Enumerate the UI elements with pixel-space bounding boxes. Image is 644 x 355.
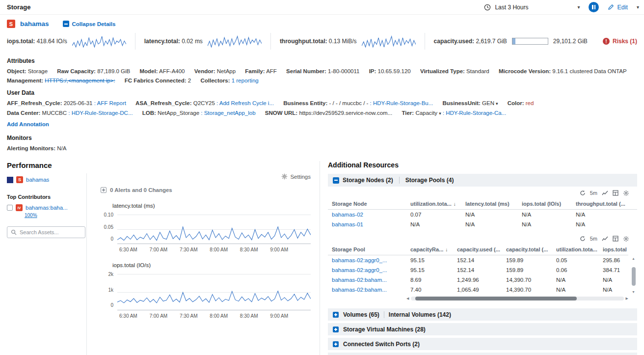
add-annotation-link[interactable]: Add Annotation [7, 121, 49, 127]
capacity-bar-fill [512, 38, 515, 44]
refresh-icon[interactable] [580, 236, 586, 242]
column-header[interactable]: iops.total (IO/s) [599, 245, 628, 255]
y-axis-label: 2k [98, 272, 113, 277]
asset-name-link[interactable]: bahamas [20, 20, 49, 27]
pause-button[interactable] [589, 2, 599, 12]
legend-asset-link[interactable]: bahamas [26, 177, 49, 183]
asset-link[interactable]: bahamas-01 [328, 219, 406, 229]
section-storage-virtual-machines[interactable]: Storage Virtual Machines (28) [328, 323, 637, 335]
refresh-icon[interactable] [580, 190, 586, 196]
scroll-down-arrow[interactable]: ▼ [632, 290, 635, 294]
attribute-pair: FC Fabrics Connected: 2 [125, 78, 191, 83]
column-header[interactable]: capacity.total (... [502, 245, 552, 255]
expand-icon [101, 187, 107, 193]
y-axis-label: 0.10 [98, 212, 113, 218]
management-link[interactable]: HTTPS:/,<management ip>: [45, 78, 115, 83]
annotation-rule-link[interactable]: : HDY-Rule-Storage-Bu... [370, 100, 433, 106]
horizontal-scrollbar[interactable]: ◀ ▶ [406, 296, 628, 301]
metrics-row: iops.total: 418.64 IO/s latency.total: 0… [0, 32, 644, 54]
scroll-up-arrow[interactable]: ▲ [632, 257, 635, 260]
scroll-track[interactable] [411, 297, 623, 300]
alerts-changes-toggle[interactable]: 0 Alerts and 0 Changes [101, 187, 311, 193]
annotation-rule-link[interactable]: : Add Refresh Cycle i... [216, 100, 274, 106]
column-header[interactable]: utilization.tota... [552, 245, 599, 255]
annotation-rule-link[interactable]: : Storage_netApp_lob [201, 110, 255, 116]
table-cell: 14,390.70 [502, 285, 552, 295]
refresh-interval-label: 5m [590, 236, 597, 242]
panel-collapse-chevron[interactable]: ▾ [637, 4, 639, 10]
risks-link[interactable]: ! Risks (1) [603, 38, 637, 45]
table-cell: 159.89 [502, 255, 552, 266]
table-cell: N/A [518, 210, 572, 220]
section-connected-switch-ports[interactable]: Connected Switch Ports (2) [328, 338, 637, 350]
column-header[interactable]: capacity.used (... [453, 245, 502, 255]
column-header-sorted[interactable]: utilization.tota...↓ [406, 199, 461, 210]
section-zones[interactable]: Zones (6) [328, 353, 637, 355]
asset-link[interactable]: bahamas-02 [328, 210, 406, 220]
throughput-sparkline [362, 35, 416, 48]
collapse-details-button[interactable]: Collapse Details [63, 21, 116, 27]
table-cell: 152.14 [453, 265, 502, 275]
edit-button[interactable]: Edit [608, 4, 628, 11]
section-switch-ports-label: Connected Switch Ports (2) [343, 341, 420, 348]
column-header[interactable]: throughput.total (... [572, 199, 637, 210]
topbar: Storage Last 3 Hours ▾ Edit ▾ [0, 0, 644, 15]
metric-throughput: throughput.total: 0.13 MiB/s [270, 33, 425, 50]
section-volumes[interactable]: Volumes (65) Internal Volumes (142) [328, 308, 637, 321]
chart-title: iops.total (IO/s) [112, 262, 311, 268]
column-header[interactable]: iops.total (IO/s) [518, 199, 572, 210]
table-cell: 95.15 [406, 255, 453, 266]
storage-object-icon: S [7, 20, 15, 28]
layout-icon[interactable] [613, 190, 618, 196]
performance-charts: Settings 0 Alerts and 0 Changes latency.… [87, 173, 320, 355]
annotation-rule-link[interactable]: : HDY-Rule-Storage-DC... [68, 110, 133, 116]
x-axis-label: 7:30 AM [180, 247, 198, 252]
column-header[interactable]: Storage Pool [328, 245, 406, 255]
edit-label: Edit [617, 4, 628, 11]
dropdown-caret-icon[interactable]: ▾ [439, 111, 441, 116]
table-cell: 384.71 [599, 265, 628, 275]
line-chart-icon[interactable] [602, 190, 608, 196]
scroll-thumb[interactable] [415, 297, 577, 300]
top-contributors-heading: Top Contributors [7, 194, 82, 200]
table-cell: N/A [406, 219, 461, 229]
column-header[interactable]: Storage Node [328, 199, 406, 210]
user-data-pair: SNOW URL: https://dev259529.service-now.… [265, 110, 393, 116]
asset-link[interactable]: bahamas-02:aggr0_... [328, 265, 406, 275]
column-header[interactable]: latency.total (ms) [461, 199, 518, 210]
attribute-pair: Management: HTTPS:/,<management ip>: [7, 78, 115, 83]
collectors-link[interactable]: 1 reporting [232, 78, 259, 83]
search-input[interactable] [20, 229, 78, 235]
column-header-sorted[interactable]: capacityRa...↓ [406, 245, 453, 255]
metric-latency-text: latency.total: 0.02 ms [144, 38, 203, 45]
attribute-pair: Family: AFF [245, 68, 277, 74]
attribute-pair: Raw Capacity: 87,189.0 GiB [57, 68, 130, 74]
layout-icon[interactable] [613, 236, 618, 242]
annotation-rule-link[interactable]: : HDY-Rule-Storage-Ca... [443, 110, 506, 116]
annotation-rule-link[interactable]: : AFF Report [94, 100, 126, 106]
collapse-icon [63, 21, 69, 27]
y-axis: 2k 1k 0 [98, 272, 117, 308]
contributor-link[interactable]: bahamas:baha... [26, 205, 68, 211]
section-internal-volumes-label[interactable]: Internal Volumes (142) [389, 311, 451, 318]
asset-link[interactable]: bahamas-02:baham... [328, 285, 406, 295]
asset-link[interactable]: bahamas-02:baham... [328, 275, 406, 285]
scroll-thumb[interactable] [632, 267, 636, 286]
scroll-left-arrow[interactable]: ◀ [406, 297, 409, 300]
line-chart-icon[interactable] [602, 236, 608, 242]
gear-icon[interactable] [623, 236, 629, 242]
tab-storage-nodes[interactable]: Storage Nodes (2) [333, 177, 393, 184]
gear-icon[interactable] [623, 190, 629, 196]
scroll-right-arrow[interactable]: ▶ [626, 297, 628, 300]
tab-storage-pools[interactable]: Storage Pools (4) [405, 177, 454, 184]
contributor-checkbox[interactable] [7, 205, 13, 211]
time-range-selector[interactable]: Last 3 Hours ▾ [484, 4, 580, 11]
contributor-percent-link[interactable]: 100% [25, 213, 37, 218]
asset-search[interactable] [7, 226, 85, 238]
settings-button[interactable]: Settings [281, 173, 311, 180]
y-axis-label: 0 [98, 236, 113, 242]
iops-sparkline [72, 35, 126, 48]
dropdown-caret-icon[interactable]: ▾ [496, 101, 498, 106]
vertical-scrollbar[interactable]: ▲ ▼ [631, 257, 636, 294]
asset-link[interactable]: bahamas-02:aggr0_... [328, 255, 406, 266]
